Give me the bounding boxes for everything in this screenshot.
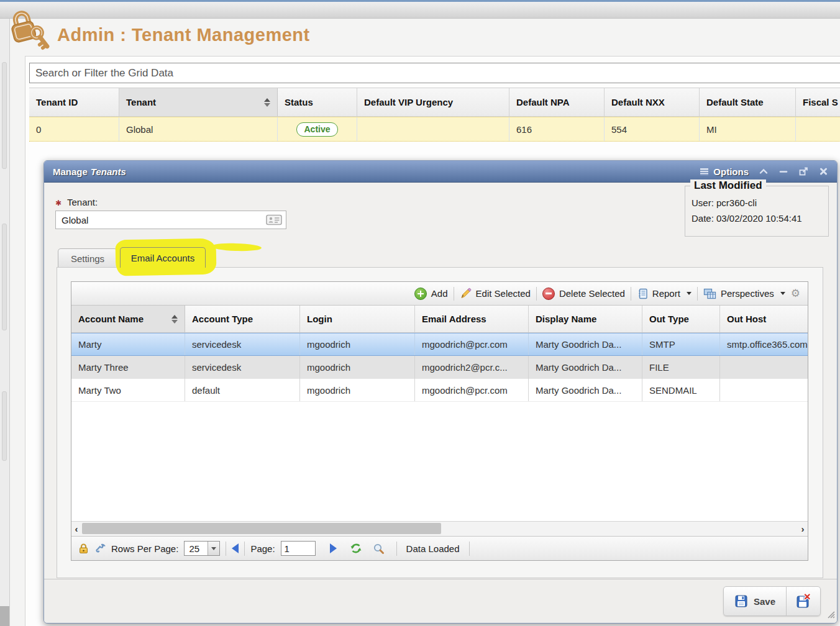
- scroll-right-icon[interactable]: ›: [798, 522, 808, 535]
- cell-tenant: Global: [119, 117, 278, 141]
- contact-card-icon: [266, 214, 282, 225]
- left-panel-edge: [0, 19, 10, 626]
- save-close-disk-icon: [796, 594, 811, 609]
- tab-settings[interactable]: Settings: [58, 248, 117, 268]
- column-header-default-nxx[interactable]: Default NXX: [605, 88, 700, 116]
- minimize-icon[interactable]: [778, 167, 788, 176]
- page-title: Admin : Tenant Management: [57, 25, 310, 45]
- email-accounts-grid: Add Edit Selected Delete S: [71, 281, 808, 561]
- close-icon[interactable]: [818, 167, 828, 176]
- refresh-icon[interactable]: [350, 543, 362, 554]
- column-header-status[interactable]: Status: [278, 88, 357, 116]
- tenant-management-screen: Admin : Tenant Management Tenant ID Tena…: [0, 0, 840, 626]
- resize-grip[interactable]: [825, 609, 835, 621]
- last-modified-fieldset: Last Modified User: pcr360-cli Date: 03/…: [685, 186, 829, 237]
- page-number-input[interactable]: [281, 541, 316, 556]
- sort-icon: [259, 98, 270, 107]
- pager-status-text: Data Loaded: [406, 543, 460, 554]
- tenant-field-label: ✱ Tenant:: [55, 197, 98, 207]
- top-chrome-band: [0, 2, 840, 19]
- wrench-icon[interactable]: [94, 543, 106, 554]
- report-button[interactable]: Report: [637, 288, 692, 299]
- cell-display-name: Marty Goodrich Da...: [529, 379, 642, 401]
- column-header-default-npa[interactable]: Default NPA: [509, 88, 605, 116]
- horizontal-scrollbar[interactable]: ‹ ›: [71, 521, 808, 536]
- popout-icon[interactable]: [798, 167, 808, 176]
- cell-account-type: servicedesk: [185, 333, 300, 355]
- delete-icon: [542, 288, 555, 300]
- sort-icon: [167, 315, 178, 324]
- account-row-marty-two[interactable]: Marty Two default mgoodrich mgoodrich@pc…: [71, 379, 808, 402]
- column-header-account-type[interactable]: Account Type: [185, 306, 300, 332]
- save-and-close-button[interactable]: [786, 587, 820, 615]
- dropdown-caret-icon: [780, 292, 785, 295]
- column-header-tenant-id[interactable]: Tenant ID: [29, 88, 119, 116]
- column-header-default-vip-urgency[interactable]: Default VIP Urgency: [357, 88, 509, 116]
- pager-separator: [469, 542, 470, 556]
- column-header-tenant[interactable]: Tenant: [119, 88, 278, 116]
- grid-search-input[interactable]: [29, 63, 840, 83]
- cell-display-name: Marty Goodrich Da...: [529, 333, 642, 355]
- cell-account-name: Marty: [71, 333, 185, 355]
- column-header-display-name[interactable]: Display Name: [529, 306, 642, 332]
- left-edge-footer-block: [0, 606, 9, 626]
- cell-default-npa: 616: [509, 117, 605, 141]
- cell-login: mgoodrich: [300, 333, 415, 355]
- options-button[interactable]: Options: [700, 166, 749, 177]
- tenant-row-global[interactable]: 0 Global Active 616 554 MI: [29, 117, 840, 142]
- column-header-out-type[interactable]: Out Type: [642, 306, 720, 332]
- add-button[interactable]: Add: [414, 288, 448, 300]
- previous-page-icon[interactable]: [232, 543, 239, 553]
- required-icon: ✱: [55, 199, 62, 207]
- cell-email: mgoodrich@pcr.com: [415, 379, 529, 401]
- toolbar-separator: [454, 287, 454, 301]
- tenant-picker-button[interactable]: [263, 212, 285, 227]
- save-button[interactable]: Save: [724, 587, 786, 615]
- scrollbar-thumb[interactable]: [82, 523, 441, 534]
- cell-fiscal: [796, 117, 840, 141]
- edit-selected-button[interactable]: Edit Selected: [460, 288, 531, 299]
- account-row-marty-three[interactable]: Marty Three servicedesk mgoodrich mgoodr…: [71, 356, 808, 379]
- cell-out-host: [720, 356, 808, 379]
- cell-out-host: smtp.office365.com: [720, 333, 808, 355]
- rows-per-page-select[interactable]: 25: [184, 541, 220, 556]
- column-header-account-name[interactable]: Account Name: [71, 306, 185, 332]
- magnifier-icon[interactable]: [373, 543, 385, 555]
- account-row-marty[interactable]: Marty servicedesk mgoodrich mgoodrich@pc…: [71, 333, 808, 356]
- tenant-input-value: Global: [56, 215, 263, 225]
- tab-email-accounts[interactable]: Email Accounts: [120, 247, 206, 268]
- last-modified-date: Date: 03/02/2020 10:54:41: [692, 211, 822, 226]
- cell-account-type: servicedesk: [185, 356, 300, 379]
- page-label: Page:: [250, 543, 275, 554]
- column-header-login[interactable]: Login: [300, 306, 415, 332]
- cell-out-type: FILE: [642, 356, 720, 379]
- column-header-out-host[interactable]: Out Host: [720, 306, 808, 332]
- lock-icon[interactable]: [78, 543, 89, 554]
- cell-login: mgoodrich: [300, 379, 415, 401]
- scroll-left-icon[interactable]: ‹: [71, 522, 81, 535]
- cell-email: mgoodrich2@pcr.c...: [415, 356, 529, 379]
- cell-status: Active: [278, 117, 357, 141]
- dialog-title: ManageTenants: [53, 166, 126, 177]
- manage-tenants-dialog: ManageTenants Options: [43, 160, 838, 624]
- last-modified-legend: Last Modified: [690, 179, 766, 192]
- left-edge-segment: [2, 62, 7, 169]
- dropdown-caret-icon: [687, 292, 692, 295]
- toolbar-separator: [536, 287, 537, 301]
- toolbar-separator: [697, 287, 698, 301]
- pencil-icon: [460, 288, 472, 299]
- gear-icon[interactable]: ⚙: [791, 288, 800, 299]
- save-disk-icon: [734, 594, 748, 608]
- cell-default-nxx: 554: [605, 117, 700, 141]
- pager-separator: [396, 542, 397, 556]
- column-header-fiscal[interactable]: Fiscal S: [796, 88, 840, 116]
- cell-default-state: MI: [700, 117, 796, 141]
- next-page-icon[interactable]: [330, 543, 337, 553]
- delete-selected-button[interactable]: Delete Selected: [542, 288, 625, 300]
- column-header-default-state[interactable]: Default State: [700, 88, 796, 116]
- cell-out-type: SMTP: [642, 333, 720, 355]
- tenant-input[interactable]: Global: [55, 211, 286, 229]
- collapse-icon[interactable]: [759, 167, 769, 176]
- perspectives-button[interactable]: Perspectives: [703, 288, 785, 299]
- column-header-email-address[interactable]: Email Address: [415, 306, 529, 332]
